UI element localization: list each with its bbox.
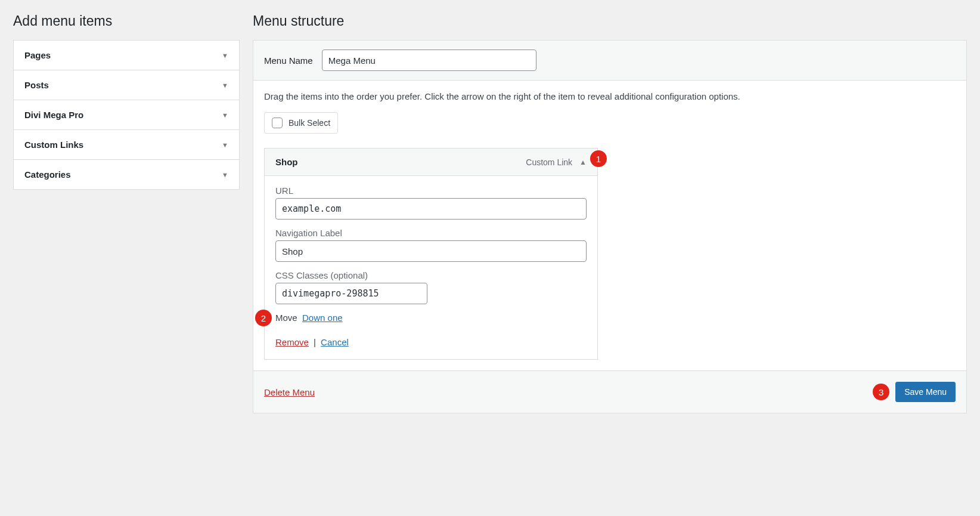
caret-down-icon: ▼: [222, 52, 228, 59]
caret-down-icon: ▼: [222, 141, 228, 149]
accordion-label: Posts: [24, 80, 49, 90]
accordion-label: Categories: [24, 169, 71, 180]
accordion-panel: Pages ▼ Posts ▼ Divi Mega Pro ▼ Custom L…: [13, 40, 240, 190]
bulk-select-checkbox[interactable]: [272, 118, 283, 128]
css-classes-input[interactable]: [275, 283, 427, 304]
annotation-badge-3: 3: [873, 384, 889, 400]
accordion-item-pages[interactable]: Pages ▼: [14, 41, 239, 70]
accordion-label: Divi Mega Pro: [24, 110, 83, 120]
accordion-item-categories[interactable]: Categories ▼: [14, 160, 239, 189]
caret-up-icon: ▲: [579, 158, 587, 166]
menu-panel: Menu Name Drag the items into the order …: [253, 40, 967, 413]
separator: |: [314, 337, 316, 347]
menu-structure-heading: Menu structure: [253, 13, 967, 29]
accordion-item-posts[interactable]: Posts ▼: [14, 70, 239, 100]
url-label: URL: [275, 186, 587, 196]
menu-item: 1 2 Shop Custom Link ▲ URL: [264, 148, 598, 360]
menu-name-label: Menu Name: [264, 55, 313, 66]
caret-down-icon: ▼: [222, 171, 228, 178]
nav-label: Navigation Label: [275, 228, 587, 238]
delete-menu-link[interactable]: Delete Menu: [264, 387, 315, 397]
menu-footer: Delete Menu 3 Save Menu: [253, 370, 966, 413]
save-menu-button[interactable]: Save Menu: [895, 382, 956, 402]
menu-body: Drag the items into the order you prefer…: [253, 81, 966, 370]
menu-header: Menu Name: [253, 41, 966, 81]
menu-name-input[interactable]: [322, 50, 536, 71]
accordion-item-divimegapro[interactable]: Divi Mega Pro ▼: [14, 100, 239, 130]
bulk-select-control[interactable]: Bulk Select: [264, 112, 338, 134]
move-label: Move: [275, 313, 297, 323]
url-input[interactable]: [275, 198, 587, 220]
accordion-label: Pages: [24, 50, 51, 60]
accordion-item-customlinks[interactable]: Custom Links ▼: [14, 130, 239, 160]
item-actions: Remove | Cancel: [275, 337, 587, 347]
move-down-link[interactable]: Down one: [302, 313, 343, 323]
annotation-badge-2: 2: [255, 310, 272, 326]
caret-down-icon: ▼: [222, 82, 228, 89]
css-label: CSS Classes (optional): [275, 270, 587, 280]
move-row: Move Down one: [275, 313, 587, 323]
bulk-select-label: Bulk Select: [289, 118, 330, 128]
caret-down-icon: ▼: [222, 112, 228, 119]
menu-item-body: URL Navigation Label CSS Classes (option…: [265, 176, 597, 359]
cancel-link[interactable]: Cancel: [321, 337, 349, 347]
remove-link[interactable]: Remove: [275, 337, 309, 347]
nav-label-input[interactable]: [275, 240, 587, 262]
menu-item-type-label: Custom Link: [526, 157, 572, 167]
menu-item-title: Shop: [275, 157, 298, 167]
menu-item-header[interactable]: Shop Custom Link ▲: [265, 149, 597, 176]
add-items-heading: Add menu items: [13, 13, 240, 29]
accordion-label: Custom Links: [24, 140, 83, 150]
annotation-badge-1: 1: [590, 150, 607, 167]
instructions-text: Drag the items into the order you prefer…: [264, 91, 956, 101]
